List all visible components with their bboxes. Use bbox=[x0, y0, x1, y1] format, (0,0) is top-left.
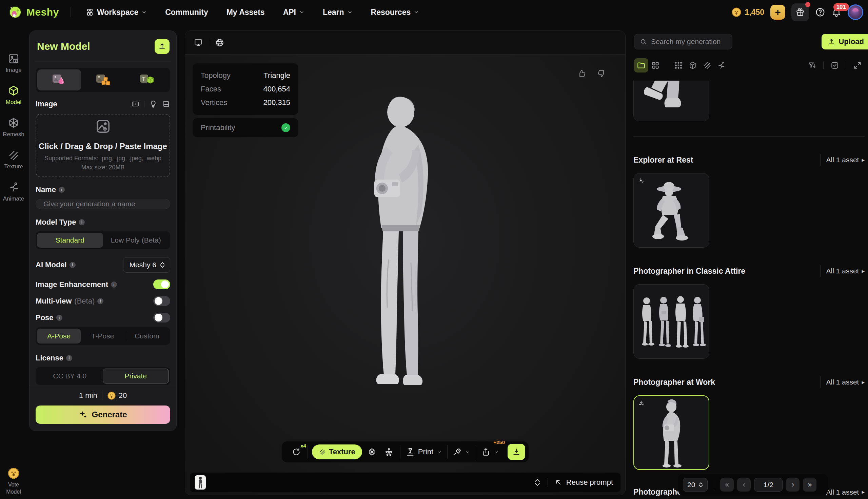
search-icon bbox=[640, 38, 647, 46]
vote-model-button[interactable]: Vote Model bbox=[0, 467, 27, 496]
license-label: Licensei bbox=[36, 354, 72, 363]
name-label: Namei bbox=[36, 185, 65, 194]
asset-card-photographer-at-work[interactable] bbox=[633, 395, 709, 470]
info-icon[interactable]: i bbox=[56, 315, 62, 321]
multiview-toggle[interactable] bbox=[153, 296, 170, 306]
question-icon bbox=[815, 7, 825, 17]
folder-icon bbox=[637, 61, 645, 70]
asset-search[interactable] bbox=[634, 34, 733, 49]
library-book-icon[interactable] bbox=[162, 100, 170, 108]
credits-balance[interactable]: 1,450 bbox=[732, 7, 764, 17]
asset-card-explorer-at-rest[interactable] bbox=[633, 173, 709, 248]
gift-button[interactable] bbox=[792, 3, 809, 21]
pose-custom[interactable]: Custom bbox=[125, 329, 169, 343]
image-dropzone[interactable]: Click / Drag & Drop / Paste Image Suppor… bbox=[36, 114, 170, 178]
reuse-prompt-button[interactable]: Reuse prompt bbox=[555, 478, 613, 487]
license-cc-by[interactable]: CC BY 4.0 bbox=[37, 368, 103, 384]
info-icon[interactable]: i bbox=[79, 219, 85, 225]
filter-textures-button[interactable] bbox=[700, 58, 714, 73]
section-header-classic-attire: Photographer in Classic Attire All 1 ass… bbox=[633, 265, 865, 277]
lightbulb-icon[interactable] bbox=[149, 100, 157, 108]
model-type-lowpoly[interactable]: Low Poly (Beta) bbox=[103, 233, 169, 248]
info-icon[interactable]: i bbox=[59, 187, 65, 193]
filter-animations-button[interactable] bbox=[714, 58, 728, 73]
info-icon[interactable]: i bbox=[70, 262, 75, 268]
asset-search-input[interactable] bbox=[651, 38, 727, 46]
asset-card-classic-attire[interactable] bbox=[633, 284, 709, 359]
asset-upload-button[interactable]: Upload bbox=[822, 34, 868, 49]
all-assets-link[interactable]: All 1 asset▸ bbox=[826, 378, 865, 386]
generated-3d-model[interactable] bbox=[348, 84, 453, 399]
image-enhancement-toggle[interactable] bbox=[153, 279, 170, 289]
pose-t-pose[interactable]: T-Pose bbox=[81, 329, 124, 343]
last-page-button[interactable]: » bbox=[803, 478, 817, 491]
user-avatar[interactable] bbox=[848, 4, 863, 20]
divider bbox=[633, 136, 865, 136]
notifications-button[interactable]: 101 bbox=[831, 7, 842, 17]
connect-plugin-button[interactable] bbox=[452, 445, 472, 459]
download-button[interactable] bbox=[508, 444, 525, 460]
nav-community[interactable]: Community bbox=[162, 5, 212, 20]
image-enhancement-label: Image Enhancementi bbox=[36, 280, 117, 289]
sort-filter-button[interactable] bbox=[805, 58, 819, 73]
tab-text-to-3d[interactable]: T bbox=[125, 70, 168, 90]
thumbs-up-icon[interactable] bbox=[577, 69, 586, 78]
view-grid-button[interactable] bbox=[648, 58, 663, 73]
expand-collapse-icon[interactable] bbox=[534, 478, 541, 486]
pose-a-pose[interactable]: A-Pose bbox=[37, 329, 81, 343]
pose-toggle[interactable] bbox=[153, 313, 170, 322]
view-folders-button[interactable] bbox=[634, 58, 648, 73]
name-input[interactable] bbox=[36, 199, 170, 209]
page-size-select[interactable]: 20 bbox=[683, 478, 708, 491]
filter-all-button[interactable] bbox=[671, 58, 686, 73]
add-credits-button[interactable]: + bbox=[770, 5, 785, 20]
viewport-canvas[interactable]: TopologyTriangle Faces400,654 Vertices20… bbox=[185, 54, 625, 495]
ai-model-select[interactable]: Meshy 6 bbox=[123, 257, 170, 273]
divider bbox=[144, 101, 144, 107]
nav-resources[interactable]: Resources bbox=[368, 5, 423, 20]
rig-button[interactable] bbox=[382, 445, 396, 459]
print-button[interactable]: Print bbox=[404, 445, 443, 459]
prompt-image-thumbnail[interactable] bbox=[194, 475, 206, 490]
all-assets-link[interactable]: All 1 asset▸ bbox=[826, 488, 865, 496]
first-page-button[interactable]: « bbox=[720, 478, 734, 491]
nav-learn[interactable]: Learn bbox=[319, 5, 356, 20]
text-prompt-icon[interactable] bbox=[131, 100, 139, 108]
wireframe-globe-icon[interactable] bbox=[215, 38, 224, 47]
image-to-voxel-icon bbox=[94, 73, 112, 87]
rail-item-animate[interactable]: Animate bbox=[3, 182, 24, 202]
prev-page-button[interactable]: ‹ bbox=[737, 478, 751, 491]
nav-workspace[interactable]: Workspace bbox=[82, 5, 150, 20]
panel-upload-button[interactable] bbox=[155, 39, 169, 54]
help-button[interactable] bbox=[815, 7, 825, 17]
regenerate-button[interactable]: x4 bbox=[289, 445, 304, 459]
fullscreen-button[interactable] bbox=[851, 58, 865, 73]
rail-item-texture[interactable]: Texture bbox=[4, 149, 23, 170]
info-icon[interactable]: i bbox=[66, 355, 72, 361]
license-private[interactable]: Private bbox=[103, 368, 169, 384]
texture-button[interactable]: Texture bbox=[312, 445, 362, 459]
filter-models-button[interactable] bbox=[686, 58, 700, 73]
remesh-button[interactable] bbox=[365, 445, 379, 459]
rail-item-remesh[interactable]: Remesh bbox=[3, 117, 24, 138]
share-button[interactable] bbox=[480, 445, 500, 459]
tab-image-to-voxel[interactable] bbox=[81, 70, 125, 90]
info-icon[interactable]: i bbox=[111, 281, 117, 288]
sparkles-icon bbox=[79, 410, 87, 419]
rail-item-image[interactable]: AI Image bbox=[5, 53, 21, 73]
rail-item-model[interactable]: Model bbox=[6, 85, 21, 106]
tab-image-to-3d[interactable] bbox=[37, 70, 81, 90]
info-icon[interactable]: i bbox=[97, 298, 104, 304]
nav-api[interactable]: API bbox=[280, 5, 308, 20]
next-page-button[interactable]: › bbox=[786, 478, 799, 491]
model-type-standard[interactable]: Standard bbox=[37, 233, 103, 248]
thumbs-down-icon[interactable] bbox=[597, 69, 606, 78]
generate-button[interactable]: Generate bbox=[36, 405, 170, 424]
all-assets-link[interactable]: All 1 asset▸ bbox=[826, 156, 865, 164]
meshy-logo[interactable]: Meshy bbox=[8, 5, 59, 19]
asset-card-partial[interactable] bbox=[633, 81, 709, 121]
all-assets-link[interactable]: All 1 asset▸ bbox=[826, 267, 865, 275]
nav-my-assets[interactable]: My Assets bbox=[223, 5, 268, 20]
display-mode-icon[interactable] bbox=[194, 38, 203, 47]
multi-select-button[interactable] bbox=[828, 58, 842, 73]
